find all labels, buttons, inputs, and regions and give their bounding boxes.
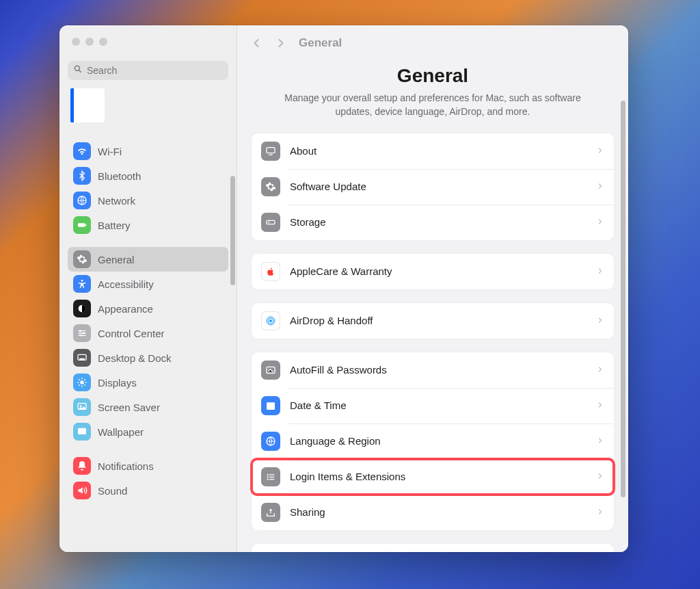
- sidebar: Wi-FiBluetoothNetworkBatteryGeneralAcces…: [59, 25, 237, 552]
- close-window-button[interactable]: [72, 38, 80, 46]
- settings-row-startup-disk[interactable]: Startup Disk: [252, 544, 614, 552]
- wallpaper-icon: [73, 423, 91, 441]
- sidebar-item-battery[interactable]: Battery: [68, 213, 228, 237]
- storage-icon: [261, 213, 280, 232]
- sidebar-item-label: Screen Saver: [98, 402, 160, 413]
- chevron-right-icon: [596, 400, 604, 412]
- system-settings-window: Wi-FiBluetoothNetworkBatteryGeneralAcces…: [59, 25, 628, 552]
- calendar-icon: [261, 396, 280, 415]
- sidebar-item-notifications[interactable]: Notifications: [68, 454, 228, 478]
- sidebar-item-label: Accessibility: [98, 278, 154, 290]
- sidebar-item-label: Battery: [98, 220, 131, 231]
- sidebar-item-label: Wallpaper: [98, 426, 144, 438]
- sidebar-item-general[interactable]: General: [68, 247, 228, 272]
- sidebar-item-sound[interactable]: Sound: [68, 478, 228, 503]
- list-icon: [261, 467, 280, 486]
- search-box[interactable]: [68, 61, 228, 80]
- apple-icon: [261, 262, 280, 281]
- settings-row-login-items-extensions[interactable]: Login Items & Extensions: [252, 459, 614, 495]
- sidebar-item-label: Desktop & Dock: [98, 352, 172, 364]
- sidebar-item-label: Sound: [98, 485, 127, 497]
- sidebar-scrollbar[interactable]: [230, 176, 235, 285]
- chevron-right-icon: [596, 181, 604, 193]
- bluetooth-icon: [73, 167, 91, 185]
- settings-row-label: Language & Region: [290, 435, 587, 447]
- sidebar-item-desktop-dock[interactable]: Desktop & Dock: [68, 345, 228, 370]
- back-button[interactable]: [250, 36, 263, 50]
- appearance-icon: [73, 300, 91, 317]
- bell-icon: [73, 457, 91, 475]
- chevron-right-icon: [596, 506, 604, 519]
- settings-row-label: AppleCare & Warranty: [290, 265, 587, 277]
- page-subtitle: Manage your overall setup and preference…: [270, 91, 595, 119]
- settings-row-language-region[interactable]: Language & Region: [252, 423, 614, 459]
- settings-row-airdrop-handoff[interactable]: AirDrop & Handoff: [252, 303, 614, 339]
- sidebar-item-appearance[interactable]: Appearance: [68, 296, 228, 321]
- sun-icon: [73, 374, 91, 391]
- gear-icon: [73, 250, 91, 268]
- key-icon: [261, 361, 280, 380]
- sliders-icon: [73, 324, 91, 342]
- settings-row-sharing[interactable]: Sharing: [252, 495, 614, 530]
- minimize-window-button[interactable]: [85, 38, 94, 46]
- settings-row-software-update[interactable]: Software Update: [252, 169, 614, 205]
- search-icon: [73, 64, 83, 77]
- sound-icon: [73, 482, 91, 499]
- sidebar-item-label: Control Center: [98, 328, 165, 339]
- settings-row-label: AutoFill & Passwords: [290, 364, 587, 376]
- chevron-right-icon: [596, 216, 604, 228]
- settings-row-label: Software Update: [290, 181, 587, 192]
- sidebar-item-label: Bluetooth: [98, 170, 141, 182]
- chevron-right-icon: [596, 265, 604, 278]
- dock-icon: [73, 349, 91, 367]
- settings-row-label: Sharing: [290, 506, 587, 518]
- chevron-right-icon: [596, 145, 604, 157]
- settings-row-label: Storage: [290, 216, 587, 228]
- settings-row-label: Date & Time: [290, 400, 587, 411]
- svg-line-1: [79, 70, 81, 72]
- chevron-right-icon: [596, 435, 604, 447]
- settings-row-date-time[interactable]: Date & Time: [252, 388, 614, 423]
- sidebar-item-control-center[interactable]: Control Center: [68, 321, 228, 345]
- settings-row-storage[interactable]: Storage: [252, 205, 614, 240]
- settings-row-label: About: [290, 145, 587, 157]
- airdrop-icon: [261, 311, 280, 330]
- wifi-icon: [73, 142, 91, 160]
- sidebar-item-label: General: [98, 254, 134, 265]
- main-scrollbar[interactable]: [621, 101, 625, 497]
- screensaver-icon: [73, 398, 91, 416]
- main-panel: General General Manage your overall setu…: [237, 25, 628, 552]
- sidebar-item-label: Wi-Fi: [98, 146, 122, 157]
- settings-row-about[interactable]: About: [252, 133, 614, 169]
- globe-icon: [73, 192, 91, 209]
- chevron-right-icon: [596, 471, 604, 483]
- settings-row-label: Login Items & Extensions: [290, 471, 587, 482]
- settings-row-applecare-warranty[interactable]: AppleCare & Warranty: [252, 254, 614, 289]
- avatar: [70, 88, 105, 122]
- fullscreen-window-button[interactable]: [99, 38, 107, 46]
- sidebar-item-bluetooth[interactable]: Bluetooth: [68, 163, 228, 188]
- globe-icon: [261, 432, 280, 451]
- settings-row-label: AirDrop & Handoff: [290, 315, 587, 326]
- sidebar-item-label: Notifications: [98, 460, 154, 472]
- sidebar-item-wi-fi[interactable]: Wi-Fi: [68, 139, 228, 163]
- chevron-right-icon: [596, 364, 604, 376]
- forward-button[interactable]: [274, 36, 288, 50]
- sidebar-item-screen-saver[interactable]: Screen Saver: [68, 395, 228, 419]
- apple-id-row[interactable]: [68, 87, 228, 131]
- page-title: General: [270, 65, 595, 87]
- sidebar-item-label: Displays: [98, 377, 137, 389]
- sidebar-item-label: Network: [98, 195, 135, 207]
- battery-icon: [73, 216, 91, 234]
- sidebar-item-wallpaper[interactable]: Wallpaper: [68, 419, 228, 444]
- search-input[interactable]: [87, 65, 223, 76]
- sidebar-item-network[interactable]: Network: [68, 188, 228, 213]
- share-icon: [261, 503, 280, 522]
- chevron-right-icon: [596, 315, 604, 327]
- sidebar-item-accessibility[interactable]: Accessibility: [68, 272, 228, 296]
- sidebar-item-displays[interactable]: Displays: [68, 370, 228, 395]
- window-controls: [59, 25, 237, 55]
- svg-point-0: [75, 66, 79, 70]
- settings-row-autofill-passwords[interactable]: AutoFill & Passwords: [252, 352, 614, 388]
- gear-icon: [261, 177, 280, 196]
